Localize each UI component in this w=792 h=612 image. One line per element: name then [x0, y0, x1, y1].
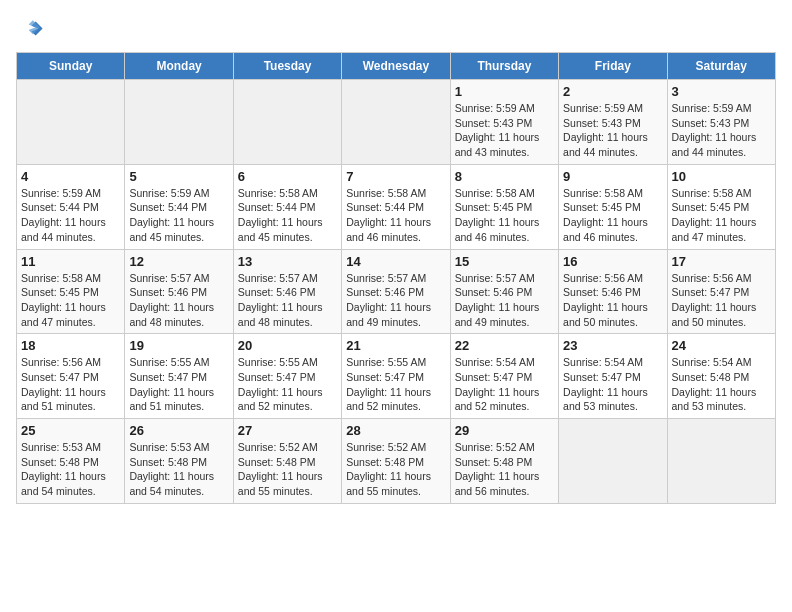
day-number: 20: [238, 338, 337, 353]
day-info: Sunrise: 5:54 AMSunset: 5:47 PMDaylight:…: [455, 355, 554, 414]
day-number: 4: [21, 169, 120, 184]
calendar-cell: 26Sunrise: 5:53 AMSunset: 5:48 PMDayligh…: [125, 419, 233, 504]
day-number: 1: [455, 84, 554, 99]
day-info: Sunrise: 5:57 AMSunset: 5:46 PMDaylight:…: [238, 271, 337, 330]
day-info: Sunrise: 5:57 AMSunset: 5:46 PMDaylight:…: [455, 271, 554, 330]
calendar-cell: 21Sunrise: 5:55 AMSunset: 5:47 PMDayligh…: [342, 334, 450, 419]
calendar-cell: [342, 80, 450, 165]
weekday-header-monday: Monday: [125, 53, 233, 80]
day-info: Sunrise: 5:59 AMSunset: 5:44 PMDaylight:…: [129, 186, 228, 245]
day-info: Sunrise: 5:59 AMSunset: 5:43 PMDaylight:…: [563, 101, 662, 160]
weekday-header-tuesday: Tuesday: [233, 53, 341, 80]
day-number: 16: [563, 254, 662, 269]
day-number: 23: [563, 338, 662, 353]
calendar-cell: 4Sunrise: 5:59 AMSunset: 5:44 PMDaylight…: [17, 164, 125, 249]
day-number: 25: [21, 423, 120, 438]
calendar-cell: 15Sunrise: 5:57 AMSunset: 5:46 PMDayligh…: [450, 249, 558, 334]
calendar-cell: 3Sunrise: 5:59 AMSunset: 5:43 PMDaylight…: [667, 80, 775, 165]
calendar-cell: 23Sunrise: 5:54 AMSunset: 5:47 PMDayligh…: [559, 334, 667, 419]
weekday-header-friday: Friday: [559, 53, 667, 80]
day-info: Sunrise: 5:53 AMSunset: 5:48 PMDaylight:…: [21, 440, 120, 499]
day-info: Sunrise: 5:57 AMSunset: 5:46 PMDaylight:…: [129, 271, 228, 330]
calendar-cell: 22Sunrise: 5:54 AMSunset: 5:47 PMDayligh…: [450, 334, 558, 419]
day-info: Sunrise: 5:57 AMSunset: 5:46 PMDaylight:…: [346, 271, 445, 330]
day-number: 21: [346, 338, 445, 353]
day-number: 12: [129, 254, 228, 269]
day-info: Sunrise: 5:58 AMSunset: 5:45 PMDaylight:…: [563, 186, 662, 245]
day-number: 29: [455, 423, 554, 438]
day-info: Sunrise: 5:55 AMSunset: 5:47 PMDaylight:…: [346, 355, 445, 414]
day-info: Sunrise: 5:56 AMSunset: 5:47 PMDaylight:…: [21, 355, 120, 414]
calendar-cell: 27Sunrise: 5:52 AMSunset: 5:48 PMDayligh…: [233, 419, 341, 504]
calendar-cell: 5Sunrise: 5:59 AMSunset: 5:44 PMDaylight…: [125, 164, 233, 249]
day-info: Sunrise: 5:55 AMSunset: 5:47 PMDaylight:…: [238, 355, 337, 414]
calendar-cell: 9Sunrise: 5:58 AMSunset: 5:45 PMDaylight…: [559, 164, 667, 249]
calendar-cell: [559, 419, 667, 504]
day-number: 18: [21, 338, 120, 353]
calendar-week-4: 18Sunrise: 5:56 AMSunset: 5:47 PMDayligh…: [17, 334, 776, 419]
day-number: 10: [672, 169, 771, 184]
calendar-cell: 12Sunrise: 5:57 AMSunset: 5:46 PMDayligh…: [125, 249, 233, 334]
weekday-header-thursday: Thursday: [450, 53, 558, 80]
day-info: Sunrise: 5:58 AMSunset: 5:44 PMDaylight:…: [346, 186, 445, 245]
calendar-cell: [17, 80, 125, 165]
calendar-cell: 7Sunrise: 5:58 AMSunset: 5:44 PMDaylight…: [342, 164, 450, 249]
day-number: 8: [455, 169, 554, 184]
logo: [16, 16, 48, 44]
calendar-table: SundayMondayTuesdayWednesdayThursdayFrid…: [16, 52, 776, 504]
day-number: 24: [672, 338, 771, 353]
calendar-week-1: 1Sunrise: 5:59 AMSunset: 5:43 PMDaylight…: [17, 80, 776, 165]
day-number: 3: [672, 84, 771, 99]
day-number: 19: [129, 338, 228, 353]
calendar-cell: 11Sunrise: 5:58 AMSunset: 5:45 PMDayligh…: [17, 249, 125, 334]
day-info: Sunrise: 5:58 AMSunset: 5:45 PMDaylight:…: [21, 271, 120, 330]
calendar-cell: 20Sunrise: 5:55 AMSunset: 5:47 PMDayligh…: [233, 334, 341, 419]
day-info: Sunrise: 5:58 AMSunset: 5:44 PMDaylight:…: [238, 186, 337, 245]
calendar-cell: 29Sunrise: 5:52 AMSunset: 5:48 PMDayligh…: [450, 419, 558, 504]
day-number: 11: [21, 254, 120, 269]
calendar-cell: 25Sunrise: 5:53 AMSunset: 5:48 PMDayligh…: [17, 419, 125, 504]
day-info: Sunrise: 5:52 AMSunset: 5:48 PMDaylight:…: [346, 440, 445, 499]
day-number: 22: [455, 338, 554, 353]
calendar-cell: 8Sunrise: 5:58 AMSunset: 5:45 PMDaylight…: [450, 164, 558, 249]
calendar-cell: 10Sunrise: 5:58 AMSunset: 5:45 PMDayligh…: [667, 164, 775, 249]
calendar-cell: 28Sunrise: 5:52 AMSunset: 5:48 PMDayligh…: [342, 419, 450, 504]
calendar-cell: 18Sunrise: 5:56 AMSunset: 5:47 PMDayligh…: [17, 334, 125, 419]
calendar-cell: 24Sunrise: 5:54 AMSunset: 5:48 PMDayligh…: [667, 334, 775, 419]
calendar-cell: 16Sunrise: 5:56 AMSunset: 5:46 PMDayligh…: [559, 249, 667, 334]
calendar-week-3: 11Sunrise: 5:58 AMSunset: 5:45 PMDayligh…: [17, 249, 776, 334]
calendar-cell: [233, 80, 341, 165]
day-info: Sunrise: 5:56 AMSunset: 5:46 PMDaylight:…: [563, 271, 662, 330]
day-number: 15: [455, 254, 554, 269]
day-info: Sunrise: 5:55 AMSunset: 5:47 PMDaylight:…: [129, 355, 228, 414]
page-header: [16, 16, 776, 44]
weekday-header-wednesday: Wednesday: [342, 53, 450, 80]
calendar-cell: 17Sunrise: 5:56 AMSunset: 5:47 PMDayligh…: [667, 249, 775, 334]
calendar-week-5: 25Sunrise: 5:53 AMSunset: 5:48 PMDayligh…: [17, 419, 776, 504]
day-number: 6: [238, 169, 337, 184]
day-info: Sunrise: 5:54 AMSunset: 5:47 PMDaylight:…: [563, 355, 662, 414]
day-info: Sunrise: 5:56 AMSunset: 5:47 PMDaylight:…: [672, 271, 771, 330]
day-info: Sunrise: 5:52 AMSunset: 5:48 PMDaylight:…: [455, 440, 554, 499]
calendar-cell: 1Sunrise: 5:59 AMSunset: 5:43 PMDaylight…: [450, 80, 558, 165]
day-info: Sunrise: 5:54 AMSunset: 5:48 PMDaylight:…: [672, 355, 771, 414]
day-number: 14: [346, 254, 445, 269]
day-number: 13: [238, 254, 337, 269]
day-number: 7: [346, 169, 445, 184]
calendar-cell: 14Sunrise: 5:57 AMSunset: 5:46 PMDayligh…: [342, 249, 450, 334]
calendar-cell: [125, 80, 233, 165]
day-number: 9: [563, 169, 662, 184]
calendar-cell: 6Sunrise: 5:58 AMSunset: 5:44 PMDaylight…: [233, 164, 341, 249]
day-number: 27: [238, 423, 337, 438]
day-info: Sunrise: 5:58 AMSunset: 5:45 PMDaylight:…: [672, 186, 771, 245]
calendar-week-2: 4Sunrise: 5:59 AMSunset: 5:44 PMDaylight…: [17, 164, 776, 249]
day-number: 2: [563, 84, 662, 99]
day-info: Sunrise: 5:59 AMSunset: 5:44 PMDaylight:…: [21, 186, 120, 245]
logo-icon: [16, 16, 44, 44]
day-info: Sunrise: 5:59 AMSunset: 5:43 PMDaylight:…: [672, 101, 771, 160]
day-number: 5: [129, 169, 228, 184]
calendar-cell: [667, 419, 775, 504]
day-number: 17: [672, 254, 771, 269]
day-number: 26: [129, 423, 228, 438]
day-info: Sunrise: 5:53 AMSunset: 5:48 PMDaylight:…: [129, 440, 228, 499]
